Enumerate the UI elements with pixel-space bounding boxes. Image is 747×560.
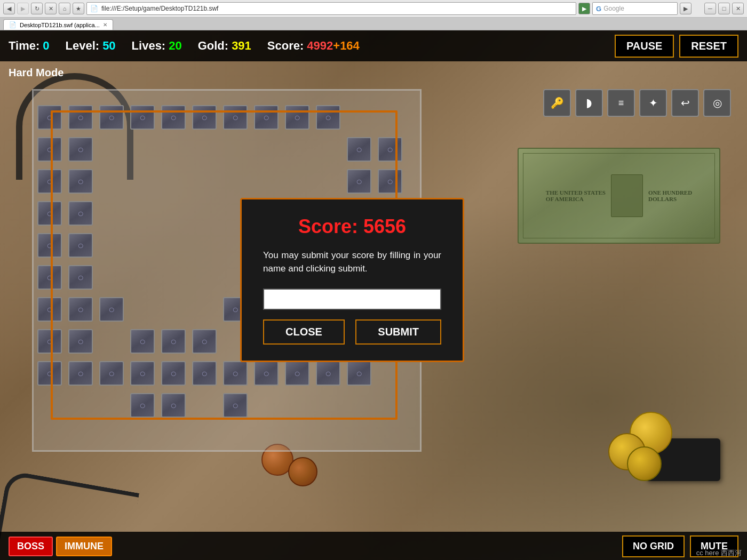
dialog-buttons: CLOSE SUBMIT xyxy=(263,319,441,345)
tab-bar: 📄 DesktopTD121b.swf (applica... ✕ xyxy=(0,18,747,30)
search-placeholder: Google xyxy=(603,5,624,12)
forward-button[interactable]: ▶ xyxy=(17,3,29,14)
minimize-button[interactable]: ─ xyxy=(704,3,716,14)
browser-toolbar: ◀ ▶ ↻ ✕ ⌂ ★ 📄 file:///E:/Setup/game/Desk… xyxy=(0,0,747,18)
active-tab[interactable]: 📄 DesktopTD121b.swf (applica... ✕ xyxy=(3,19,113,30)
score-dialog-overlay: Score: 5656 You may submit your score by… xyxy=(0,30,747,560)
search-bar[interactable]: G Google xyxy=(592,2,678,15)
address-text: file:///E:/Setup/game/DesktopTD121b.swf xyxy=(101,5,218,12)
stop-button[interactable]: ✕ xyxy=(45,3,57,14)
refresh-button[interactable]: ↻ xyxy=(31,3,43,14)
tab-label: DesktopTD121b.swf (applica... xyxy=(20,22,100,28)
game-container: THE UNITED STATESOF AMERICA ONE HUNDREDD… xyxy=(0,30,747,560)
name-input[interactable] xyxy=(263,289,441,310)
page-icon: 📄 xyxy=(90,5,98,12)
submit-button[interactable]: SUBMIT xyxy=(355,319,441,345)
go-button[interactable]: ▶ xyxy=(578,3,590,14)
tab-icon: 📄 xyxy=(9,21,17,28)
bookmark-button[interactable]: ★ xyxy=(73,3,84,14)
browser-chrome: ◀ ▶ ↻ ✕ ⌂ ★ 📄 file:///E:/Setup/game/Desk… xyxy=(0,0,747,30)
tab-close-button[interactable]: ✕ xyxy=(103,22,107,28)
close-window-button[interactable]: ✕ xyxy=(732,3,744,14)
back-button[interactable]: ◀ xyxy=(3,3,15,14)
restore-button[interactable]: □ xyxy=(718,3,730,14)
address-bar[interactable]: 📄 file:///E:/Setup/game/DesktopTD121b.sw… xyxy=(86,2,576,15)
close-button[interactable]: CLOSE xyxy=(263,319,345,345)
google-icon: G xyxy=(596,5,601,13)
search-go-button[interactable]: ▶ xyxy=(680,3,692,14)
home-button[interactable]: ⌂ xyxy=(59,3,70,14)
dialog-description: You may submit your score by filling in … xyxy=(263,249,441,276)
score-dialog: Score: 5656 You may submit your score by… xyxy=(240,198,464,362)
dialog-score-title: Score: 5656 xyxy=(263,215,441,238)
